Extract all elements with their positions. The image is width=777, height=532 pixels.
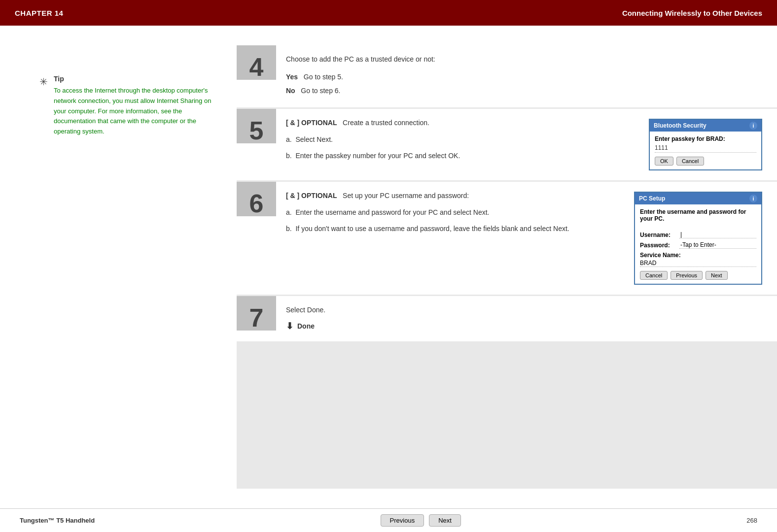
username-row: Username: | (640, 231, 756, 238)
step-6-number: 6 (249, 191, 264, 216)
step-5-inner: [ & ] OPTIONAL Create a trusted connecti… (286, 119, 762, 170)
dialog-passkey-input: 1111 (655, 144, 756, 153)
dialog-box-bluetooth: Bluetooth Security i Enter passkey for B… (649, 119, 762, 170)
page-number: 268 (746, 517, 757, 524)
bluetooth-security-dialog: Bluetooth Security i Enter passkey for B… (649, 119, 762, 170)
dialog-prompt-pc-setup: Enter the username and password for your… (640, 208, 756, 222)
next-button[interactable]: Next (429, 514, 461, 527)
step-4-yes-text: Go to step 5. (304, 73, 343, 81)
page-header: CHAPTER 14 Connecting Wirelessly to Othe… (0, 0, 777, 26)
dialog-title-pc-setup: PC Setup (639, 195, 665, 202)
step-7-block: 7 Select Done. ⬇ Done (237, 296, 777, 341)
step-6-sub-b: b. If you don't want to use a username a… (286, 223, 619, 235)
step-5-block: 5 [ & ] OPTIONAL Create a trusted connec… (237, 109, 777, 180)
step-4-yes-row: Yes Go to step 5. (286, 70, 762, 84)
done-arrow-icon: ⬇ (286, 321, 293, 332)
chapter-title: Connecting Wirelessly to Other Devices (622, 9, 762, 17)
step-4-description: Choose to add the PC as a trusted device… (286, 55, 762, 63)
dialog-body-pc-setup: Enter the username and password for your… (635, 204, 761, 284)
chapter-label: CHAPTER 14 (15, 9, 63, 17)
step-4-number-col: 4 (237, 45, 276, 80)
step-5-number: 5 (249, 118, 264, 143)
step-4-no-text: Go to step 6. (301, 87, 340, 95)
step-4-yes-label: Yes (286, 73, 298, 81)
step-6-substeps: a. Enter the username and password for y… (286, 206, 619, 235)
dialog-ok-button[interactable]: OK (655, 157, 673, 166)
step-6-number-col: 6 (237, 182, 276, 216)
step-7-text: Select Done. (286, 306, 762, 314)
step-5-optional-label: [ & ] OPTIONAL (286, 119, 337, 127)
dialog-prompt-bluetooth: Enter passkey for BRAD: (655, 135, 756, 142)
step-7-number: 7 (249, 305, 264, 331)
step-5-optional-desc: Create a trusted connection. (343, 119, 429, 127)
step-4-content: Choose to add the PC as a trusted device… (276, 45, 777, 107)
dialog-body-bluetooth: Enter passkey for BRAD: 1111 OK Cancel (650, 132, 761, 169)
info-icon-pc-setup: i (749, 195, 757, 202)
step-5-sub-a: a. Select Next. (286, 133, 634, 146)
step-7-content: Select Done. ⬇ Done (276, 296, 777, 341)
step-5-number-col: 5 (237, 109, 276, 143)
dialog-cancel-button-pc-setup[interactable]: Cancel (640, 271, 668, 280)
step-4-options: Yes Go to step 5. No Go to step 6. (286, 70, 762, 98)
dialog-box-pc-setup: PC Setup i Enter the username and passwo… (634, 192, 762, 285)
step-6-instructions: [ & ] OPTIONAL Set up your PC username a… (286, 192, 619, 239)
step-6-optional-label: [ & ] OPTIONAL (286, 192, 337, 200)
tip-label: Tip (54, 75, 222, 83)
tip-text: To access the Internet through the deskt… (54, 86, 222, 137)
step-6-content: [ & ] OPTIONAL Set up your PC username a… (276, 182, 777, 295)
step-5-content: [ & ] OPTIONAL Create a trusted connecti… (276, 109, 777, 180)
dialog-title-bluetooth: Bluetooth Security (654, 122, 706, 129)
info-icon-bluetooth: i (749, 122, 757, 130)
tip-content: Tip To access the Internet through the d… (54, 75, 222, 137)
page-footer: Tungsten™ T5 Handheld Previous Next 268 (0, 508, 777, 532)
password-row: Password: -Tap to Enter- (640, 241, 756, 249)
done-label: ⬇ Done (286, 321, 762, 332)
step-5-optional: [ & ] OPTIONAL Create a trusted connecti… (286, 119, 634, 127)
dialog-next-button[interactable]: Next (706, 271, 728, 280)
dialog-titlebar-bluetooth: Bluetooth Security i (650, 120, 761, 132)
done-label-text: Done (297, 322, 315, 330)
step-4-number: 4 (249, 54, 264, 80)
service-name-label: Service Name: (640, 252, 756, 259)
service-name-value: BRAD (640, 260, 756, 267)
tip-block: ✳ Tip To access the Internet through the… (39, 75, 222, 137)
step-6-optional: [ & ] OPTIONAL Set up your PC username a… (286, 192, 619, 200)
footer-nav: Previous Next (381, 514, 461, 527)
dialog-cancel-button-bluetooth[interactable]: Cancel (676, 157, 704, 166)
step-6-sub-a: a. Enter the username and password for y… (286, 206, 619, 219)
step-6-block: 6 [ & ] OPTIONAL Set up your PC username… (237, 182, 777, 295)
step-6-optional-desc: Set up your PC username and password: (343, 192, 469, 200)
step-4-no-label: No (286, 87, 295, 95)
step-5-sub-b: b. Enter the passkey number for your PC … (286, 150, 634, 162)
step-4-no-row: No Go to step 6. (286, 84, 762, 98)
step-6-inner: [ & ] OPTIONAL Set up your PC username a… (286, 192, 762, 285)
step-4-block: 4 Choose to add the PC as a trusted devi… (237, 45, 777, 107)
username-label: Username: (640, 232, 679, 238)
footer-brand: Tungsten™ T5 Handheld (20, 517, 95, 524)
step-5-instructions: [ & ] OPTIONAL Create a trusted connecti… (286, 119, 634, 166)
sidebar: ✳ Tip To access the Internet through the… (0, 45, 237, 489)
username-value: | (679, 231, 756, 238)
dialog-previous-button[interactable]: Previous (671, 271, 703, 280)
dialog-buttons-bluetooth: OK Cancel (655, 157, 756, 166)
pc-setup-dialog: PC Setup i Enter the username and passwo… (634, 192, 762, 285)
brand-name: Tungsten™ T5 Handheld (20, 517, 95, 524)
main-content: ✳ Tip To access the Internet through the… (0, 26, 777, 508)
dialog-titlebar-pc-setup: PC Setup i (635, 193, 761, 204)
step-7-number-col: 7 (237, 296, 276, 331)
previous-button[interactable]: Previous (381, 514, 424, 527)
password-value: -Tap to Enter- (679, 241, 756, 249)
steps-area: 4 Choose to add the PC as a trusted devi… (237, 45, 777, 489)
tip-icon: ✳ (39, 76, 48, 88)
dialog-buttons-pc-setup: Cancel Previous Next (640, 271, 756, 280)
step-5-substeps: a. Select Next. b. Enter the passkey num… (286, 133, 634, 162)
password-label: Password: (640, 242, 679, 249)
